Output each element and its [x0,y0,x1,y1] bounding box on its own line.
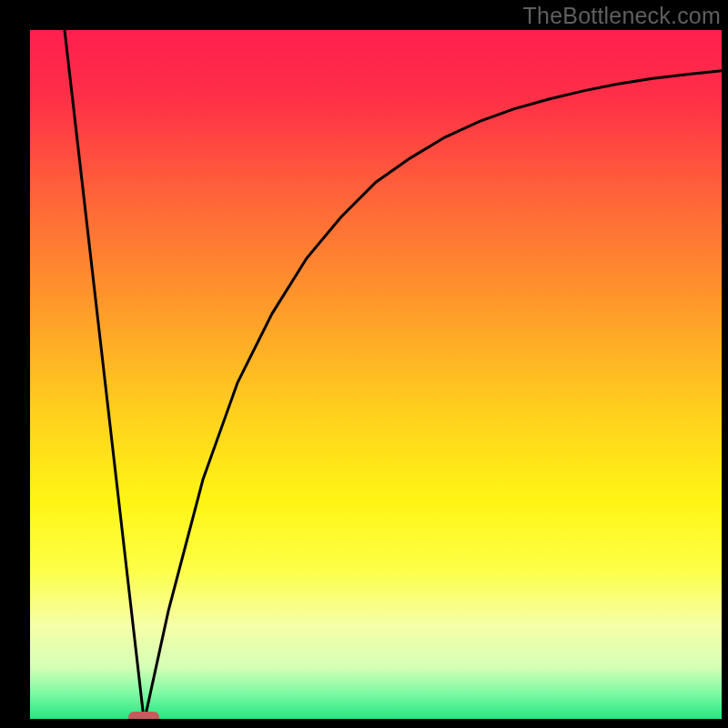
frame-bottom [0,719,728,728]
frame-left [0,0,30,728]
optimal-marker [128,712,159,719]
plot-area [30,30,722,719]
watermark-text: TheBottleneck.com [523,3,721,29]
bottleneck-curve [30,30,722,719]
frame-right [722,0,728,728]
